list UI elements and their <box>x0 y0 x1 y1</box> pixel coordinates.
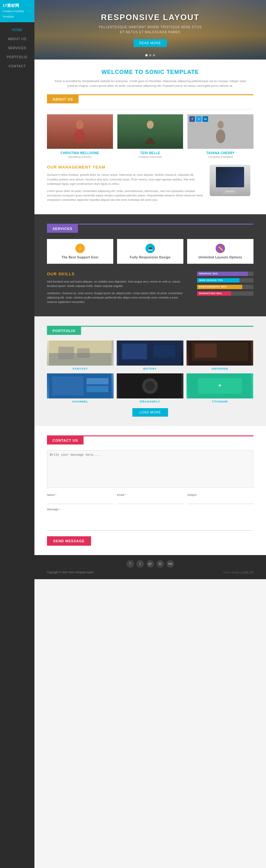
sidebar-nav: HOME ABOUT US SERVICES PORTFOLIO CONTACT <box>0 25 34 71</box>
hero-content: RESPONSIVE LAYOUT PELLENTESQUE HABITANT … <box>99 12 202 47</box>
sidebar-item-home[interactable]: HOME <box>0 25 34 34</box>
contact-section: CONTACT US Name * Email * Subject Messag… <box>34 426 266 555</box>
svg-point-1 <box>74 129 86 143</box>
team-photo-3: f t in <box>188 114 254 149</box>
management-para-2: Lorem ipsum dolor sit amet, consectetur … <box>47 189 203 203</box>
team-name-3: TAVANA CHERRY <box>188 151 254 155</box>
portfolio-item-3[interactable]: CHANNEL <box>47 373 113 403</box>
portfolio-name-5: TITANIUM <box>187 400 253 403</box>
portfolio-item-4[interactable]: DRAGONFLY <box>117 373 184 403</box>
footer-bottom: Copyright © 2014 Your Company Name Theme… <box>47 571 254 574</box>
send-message-button[interactable]: SEND MESSAGE <box>47 536 91 546</box>
contact-name-input[interactable] <box>47 498 113 504</box>
team-name-1: CHRISTINA WELLDONE <box>47 151 113 155</box>
hero-dot-1[interactable] <box>145 54 148 56</box>
skill-web: WEB DESIGN 75% <box>197 278 254 283</box>
footer-linkedin-icon[interactable]: in <box>157 560 164 567</box>
portfolio-item-2[interactable]: UNIVERSE <box>187 341 253 370</box>
skill-bar-fill-2: WEB DESIGN 75% <box>197 278 239 283</box>
footer-twitter-icon[interactable]: t <box>136 560 144 567</box>
svg-point-21 <box>145 381 155 391</box>
team-card-1: CHRISTINA WELLDONE Marketing Director <box>47 114 113 158</box>
service-card-1: ⚡ The Best Support Ever <box>47 239 113 264</box>
svg-rect-11 <box>153 345 175 358</box>
team-role-3: Company President <box>188 155 254 158</box>
portfolio-thumb-svg-3 <box>47 373 113 398</box>
portfolio-name-3: CHANNEL <box>47 400 113 403</box>
contact-name-field: Name * <box>47 493 113 504</box>
portfolio-border: PORTFOLIO <box>47 326 254 341</box>
person-silhouette-3 <box>214 119 227 144</box>
portfolio-thumb-svg-1 <box>117 341 184 366</box>
footer-copyright: Copyright © 2014 Your Company Name <box>47 571 94 574</box>
skills-title: OUR SKILLS <box>47 272 188 276</box>
svg-text:✦: ✦ <box>218 382 222 389</box>
sidebar: 17素材网 Creative Portfolio Template HOME A… <box>0 0 34 579</box>
service-title-1: The Best Support Ever <box>51 256 109 259</box>
load-more-button[interactable]: LOAD MORE <box>132 408 168 416</box>
contact-label: CONTACT US <box>47 436 84 444</box>
svg-point-2 <box>147 121 154 129</box>
twitter-icon[interactable]: t <box>196 116 202 122</box>
imac-stand <box>225 190 235 192</box>
contact-email-input[interactable] <box>117 498 184 504</box>
skills-bars: GRAPHIC 90% WEB DESIGN 75% PHOTOGRAPHY 8 <box>197 272 254 307</box>
linkedin-icon[interactable]: in <box>202 116 208 122</box>
facebook-icon[interactable]: f <box>189 116 195 122</box>
services-border: SERVICES <box>47 224 254 239</box>
skills-para-1: Sed tincidunt erat sed turpis aliquam, e… <box>47 279 188 288</box>
portfolio-thumb-1 <box>117 341 184 366</box>
service-card-2: 💻 Fully Responsive Design <box>117 239 184 264</box>
contact-fields-row: Name * Email * Subject <box>47 493 254 504</box>
svg-point-4 <box>216 129 225 143</box>
contact-subject-field: Subject <box>187 493 254 504</box>
contact-subject-label: Subject <box>187 493 254 496</box>
portfolio-grid: FANTASY BOTANY <box>47 341 254 403</box>
sidebar-item-portfolio[interactable]: PORTFOLIO <box>0 53 34 62</box>
service-title-3: Unlimited Layouts Options <box>191 256 250 259</box>
portfolio-name-1: BOTANY <box>117 367 184 370</box>
service-icon-1: ⚡ <box>75 244 85 253</box>
hero-dot-3[interactable] <box>153 54 155 56</box>
svg-rect-18 <box>87 386 108 392</box>
contact-message-textarea[interactable] <box>47 450 254 488</box>
footer-facebook-icon[interactable]: f <box>126 560 134 567</box>
portfolio-label: PORTFOLIO <box>47 327 81 335</box>
portfolio-item-1[interactable]: BOTANY <box>117 341 184 370</box>
welcome-section: WELCOME TO SONIC TEMPLATE Sonic is provi… <box>34 60 266 214</box>
svg-rect-16 <box>52 376 83 395</box>
imac-placeholder <box>210 165 251 196</box>
management-para-1: Quisque in tellus tristique, gravida dol… <box>47 173 203 186</box>
hero-cta-button[interactable]: READ MORE <box>134 39 167 47</box>
skills-text: OUR SKILLS Sed tincidunt erat sed turpis… <box>47 272 188 307</box>
skill-label-1: GRAPHIC 90% <box>199 272 218 275</box>
person-silhouette-1 <box>72 119 88 144</box>
sidebar-item-about[interactable]: ABOUT US <box>0 34 34 43</box>
hero-dots <box>145 54 155 56</box>
sidebar-item-contact[interactable]: CONTACT <box>0 62 34 71</box>
team-role-1: Marketing Director <box>47 155 113 158</box>
sidebar-item-services[interactable]: SERVICES <box>0 43 34 53</box>
skills-para-2: vestibulum. Vivamus ac, ante cursus, feu… <box>47 291 188 305</box>
team-grid: CHRISTINA WELLDONE Marketing Director TE… <box>47 114 254 158</box>
portfolio-item-5[interactable]: ✦ TITANIUM <box>187 373 253 403</box>
imac-screen <box>216 167 244 187</box>
imac-screen-inner <box>216 167 244 194</box>
portfolio-item-0[interactable]: FANTASY <box>47 341 113 370</box>
service-card-3: ✏️ Unlimited Layouts Options <box>187 239 254 264</box>
skill-label-3: PHOTOGRAPHY 80% <box>199 285 227 288</box>
footer-google-icon[interactable]: g+ <box>146 560 154 567</box>
hero-dot-2[interactable] <box>149 54 152 56</box>
skill-photo: PHOTOGRAPHY 80% <box>197 285 254 289</box>
portfolio-thumb-svg-2 <box>187 341 253 366</box>
footer-rss-icon[interactable]: rss <box>166 560 174 567</box>
contact-subject-input[interactable] <box>187 498 254 504</box>
portfolio-thumb-5: ✦ <box>187 373 253 398</box>
svg-rect-8 <box>77 348 90 358</box>
skills-section: OUR SKILLS Sed tincidunt erat sed turpis… <box>47 272 254 307</box>
svg-rect-7 <box>58 347 74 359</box>
contact-message-area[interactable] <box>47 512 254 531</box>
management-section: OUR MANAGEMENT TEAM Quisque in tellus tr… <box>47 165 254 205</box>
services-label: SERVICES <box>47 225 78 233</box>
team-photo-2 <box>118 114 184 149</box>
